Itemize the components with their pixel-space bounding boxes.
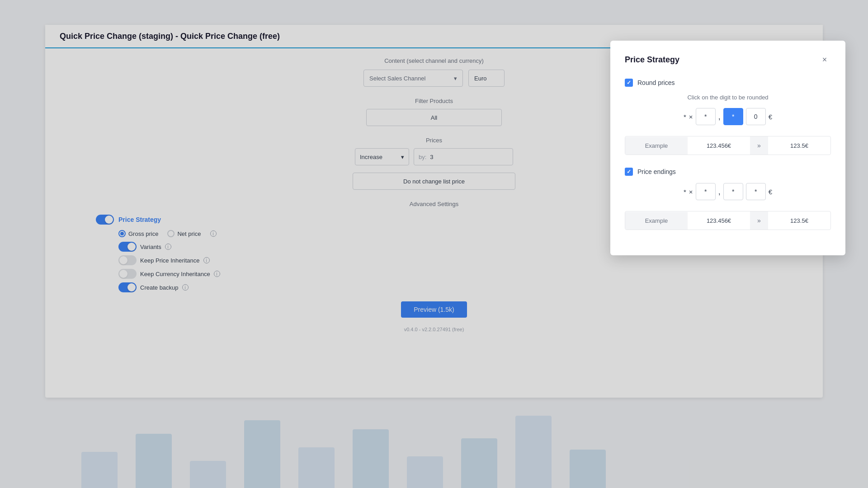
digit-input-e1[interactable]: * <box>696 183 716 200</box>
price-strategy-modal: Price Strategy × Round prices Click on t… <box>610 41 845 255</box>
digit-x-1: × <box>689 113 693 121</box>
digit-selector-row: * × * , * 0 € <box>625 108 831 125</box>
round-prices-label: Round prices <box>637 79 675 86</box>
round-prices-checkbox[interactable] <box>625 79 633 87</box>
modal-close-button[interactable]: × <box>818 53 831 66</box>
digit-box-1[interactable]: * <box>696 108 716 125</box>
digit-x-e1: × <box>689 188 693 196</box>
digit-star-e1: * <box>684 188 686 196</box>
digit-input-e3[interactable]: * <box>746 183 766 200</box>
digit-box-2-active[interactable]: * <box>723 108 743 125</box>
digit-comma-1: , <box>718 112 721 122</box>
modal-title: Price Strategy <box>625 55 679 65</box>
example-label-2: Example <box>625 212 688 230</box>
example-row-2: Example 123.456€ » 123.5€ <box>625 211 831 230</box>
click-digit-instruction: Click on the digit to be rounded <box>625 94 831 101</box>
example-row-1: Example 123.456€ » 123.5€ <box>625 136 831 155</box>
example-label-1: Example <box>625 137 688 155</box>
digit-currency-2: € <box>769 188 772 196</box>
modal-header: Price Strategy × <box>625 53 831 66</box>
price-endings-checkbox[interactable] <box>625 168 633 176</box>
example-output-1: 123.5€ <box>768 137 830 155</box>
price-endings-row: Price endings <box>625 168 831 176</box>
digit-currency-1: € <box>769 113 772 121</box>
digit-input-e2[interactable]: * <box>723 183 743 200</box>
example-arrow-2: » <box>750 211 768 230</box>
digit-selector-row-2: * × * , * * € <box>625 183 831 200</box>
example-arrow-1: » <box>750 136 768 155</box>
digit-comma-2: , <box>718 187 721 197</box>
round-prices-row: Round prices <box>625 79 831 87</box>
digit-star-1: * <box>684 113 686 121</box>
digit-box-3[interactable]: 0 <box>746 108 766 125</box>
price-endings-label: Price endings <box>637 168 676 175</box>
example-output-2: 123.5€ <box>768 212 830 230</box>
example-input-1: 123.456€ <box>688 137 750 155</box>
example-input-2: 123.456€ <box>688 212 750 230</box>
